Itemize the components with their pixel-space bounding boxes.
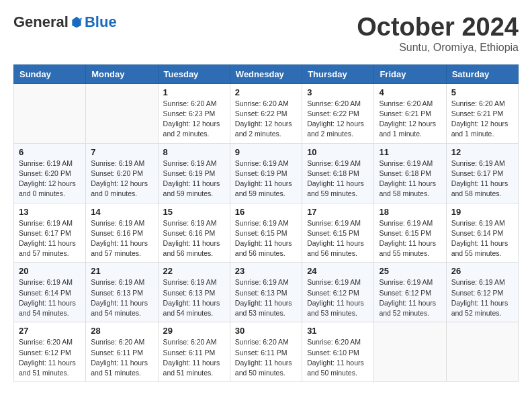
title-section: October 2024 Suntu, Oromiya, Ethiopia [357,13,519,54]
day-info: Sunrise: 6:20 AM Sunset: 6:22 PM Dayligh… [235,99,297,140]
day-info: Sunrise: 6:19 AM Sunset: 6:14 PM Dayligh… [19,277,81,318]
day-info: Sunrise: 6:19 AM Sunset: 6:12 PM Dayligh… [379,277,441,318]
day-info: Sunrise: 6:19 AM Sunset: 6:19 PM Dayligh… [235,158,297,199]
day-info: Sunrise: 6:20 AM Sunset: 6:22 PM Dayligh… [307,99,369,140]
location-text: Suntu, Oromiya, Ethiopia [357,42,519,54]
day-number: 12 [451,147,513,157]
calendar-week-row: 27Sunrise: 6:20 AM Sunset: 6:12 PM Dayli… [14,322,519,382]
calendar-week-row: 6Sunrise: 6:19 AM Sunset: 6:20 PM Daylig… [14,143,519,203]
day-info: Sunrise: 6:19 AM Sunset: 6:20 PM Dayligh… [19,158,81,199]
calendar-body: 1Sunrise: 6:20 AM Sunset: 6:23 PM Daylig… [14,83,519,381]
day-number: 11 [379,147,441,157]
day-info: Sunrise: 6:19 AM Sunset: 6:19 PM Dayligh… [163,158,225,199]
day-info: Sunrise: 6:19 AM Sunset: 6:12 PM Dayligh… [307,277,369,318]
day-info: Sunrise: 6:20 AM Sunset: 6:21 PM Dayligh… [451,99,513,140]
logo: General Blue [13,13,117,31]
weekday-header-tuesday: Tuesday [158,64,230,83]
day-number: 26 [451,266,513,276]
day-info: Sunrise: 6:19 AM Sunset: 6:15 PM Dayligh… [235,218,297,259]
day-info: Sunrise: 6:19 AM Sunset: 6:17 PM Dayligh… [19,218,81,259]
day-number: 27 [19,326,81,336]
weekday-header-sunday: Sunday [14,64,86,83]
page-header: General Blue October 2024 Suntu, Oromiya… [13,13,519,54]
day-info: Sunrise: 6:20 AM Sunset: 6:11 PM Dayligh… [91,337,152,378]
logo-icon [70,15,83,29]
logo-general-text: General [13,13,69,31]
calendar-day-cell: 4Sunrise: 6:20 AM Sunset: 6:21 PM Daylig… [374,83,446,143]
calendar-day-cell [14,83,86,143]
day-info: Sunrise: 6:19 AM Sunset: 6:13 PM Dayligh… [163,277,225,318]
weekday-header-thursday: Thursday [302,64,374,83]
day-info: Sunrise: 6:19 AM Sunset: 6:15 PM Dayligh… [307,218,369,259]
day-number: 30 [235,326,297,336]
day-number: 29 [163,326,225,336]
calendar-day-cell: 19Sunrise: 6:19 AM Sunset: 6:14 PM Dayli… [446,203,518,263]
day-number: 14 [91,207,152,217]
calendar-day-cell: 10Sunrise: 6:19 AM Sunset: 6:18 PM Dayli… [302,143,374,203]
day-number: 31 [307,326,369,336]
day-info: Sunrise: 6:20 AM Sunset: 6:10 PM Dayligh… [307,337,369,378]
calendar-day-cell: 31Sunrise: 6:20 AM Sunset: 6:10 PM Dayli… [302,322,374,382]
calendar-day-cell: 26Sunrise: 6:19 AM Sunset: 6:12 PM Dayli… [446,263,518,322]
calendar-day-cell: 27Sunrise: 6:20 AM Sunset: 6:12 PM Dayli… [14,322,86,382]
day-info: Sunrise: 6:19 AM Sunset: 6:17 PM Dayligh… [451,158,513,199]
calendar-day-cell [374,322,446,382]
day-number: 15 [163,207,225,217]
calendar-day-cell: 6Sunrise: 6:19 AM Sunset: 6:20 PM Daylig… [14,143,86,203]
calendar-day-cell: 2Sunrise: 6:20 AM Sunset: 6:22 PM Daylig… [230,83,302,143]
day-number: 17 [307,207,369,217]
day-info: Sunrise: 6:19 AM Sunset: 6:15 PM Dayligh… [379,218,441,259]
calendar-day-cell: 11Sunrise: 6:19 AM Sunset: 6:18 PM Dayli… [374,143,446,203]
day-number: 28 [91,326,152,336]
calendar-day-cell: 5Sunrise: 6:20 AM Sunset: 6:21 PM Daylig… [446,83,518,143]
calendar-day-cell: 7Sunrise: 6:19 AM Sunset: 6:20 PM Daylig… [86,143,158,203]
calendar-day-cell: 17Sunrise: 6:19 AM Sunset: 6:15 PM Dayli… [302,203,374,263]
day-info: Sunrise: 6:20 AM Sunset: 6:23 PM Dayligh… [163,99,225,140]
day-info: Sunrise: 6:19 AM Sunset: 6:16 PM Dayligh… [163,218,225,259]
day-number: 24 [307,266,369,276]
day-number: 8 [163,147,225,157]
day-number: 13 [19,207,81,217]
day-info: Sunrise: 6:19 AM Sunset: 6:12 PM Dayligh… [451,277,513,318]
weekday-header-monday: Monday [86,64,158,83]
day-info: Sunrise: 6:19 AM Sunset: 6:13 PM Dayligh… [91,277,152,318]
day-number: 25 [379,266,441,276]
day-info: Sunrise: 6:20 AM Sunset: 6:11 PM Dayligh… [163,337,225,378]
day-number: 20 [19,266,81,276]
day-number: 22 [163,266,225,276]
calendar-table: SundayMondayTuesdayWednesdayThursdayFrid… [13,64,519,382]
day-number: 21 [91,266,152,276]
day-number: 2 [235,87,297,97]
calendar-day-cell: 18Sunrise: 6:19 AM Sunset: 6:15 PM Dayli… [374,203,446,263]
calendar-day-cell: 9Sunrise: 6:19 AM Sunset: 6:19 PM Daylig… [230,143,302,203]
day-number: 1 [163,87,225,97]
calendar-day-cell: 8Sunrise: 6:19 AM Sunset: 6:19 PM Daylig… [158,143,230,203]
day-number: 5 [451,87,513,97]
weekday-header-wednesday: Wednesday [230,64,302,83]
calendar-day-cell: 21Sunrise: 6:19 AM Sunset: 6:13 PM Dayli… [86,263,158,322]
calendar-day-cell: 15Sunrise: 6:19 AM Sunset: 6:16 PM Dayli… [158,203,230,263]
calendar-day-cell [86,83,158,143]
day-info: Sunrise: 6:19 AM Sunset: 6:16 PM Dayligh… [91,218,152,259]
day-number: 6 [19,147,81,157]
day-number: 9 [235,147,297,157]
calendar-day-cell [446,322,518,382]
calendar-day-cell: 24Sunrise: 6:19 AM Sunset: 6:12 PM Dayli… [302,263,374,322]
day-number: 23 [235,266,297,276]
day-number: 7 [91,147,152,157]
day-number: 4 [379,87,441,97]
weekday-header-saturday: Saturday [446,64,518,83]
calendar-day-cell: 13Sunrise: 6:19 AM Sunset: 6:17 PM Dayli… [14,203,86,263]
day-info: Sunrise: 6:19 AM Sunset: 6:18 PM Dayligh… [307,158,369,199]
calendar-day-cell: 30Sunrise: 6:20 AM Sunset: 6:11 PM Dayli… [230,322,302,382]
weekday-header-friday: Friday [374,64,446,83]
logo-blue-text: Blue [85,13,117,31]
calendar-day-cell: 25Sunrise: 6:19 AM Sunset: 6:12 PM Dayli… [374,263,446,322]
day-info: Sunrise: 6:20 AM Sunset: 6:11 PM Dayligh… [235,337,297,378]
calendar-week-row: 20Sunrise: 6:19 AM Sunset: 6:14 PM Dayli… [14,263,519,322]
calendar-day-cell: 20Sunrise: 6:19 AM Sunset: 6:14 PM Dayli… [14,263,86,322]
calendar-day-cell: 3Sunrise: 6:20 AM Sunset: 6:22 PM Daylig… [302,83,374,143]
day-number: 16 [235,207,297,217]
day-info: Sunrise: 6:19 AM Sunset: 6:20 PM Dayligh… [91,158,152,199]
calendar-day-cell: 22Sunrise: 6:19 AM Sunset: 6:13 PM Dayli… [158,263,230,322]
